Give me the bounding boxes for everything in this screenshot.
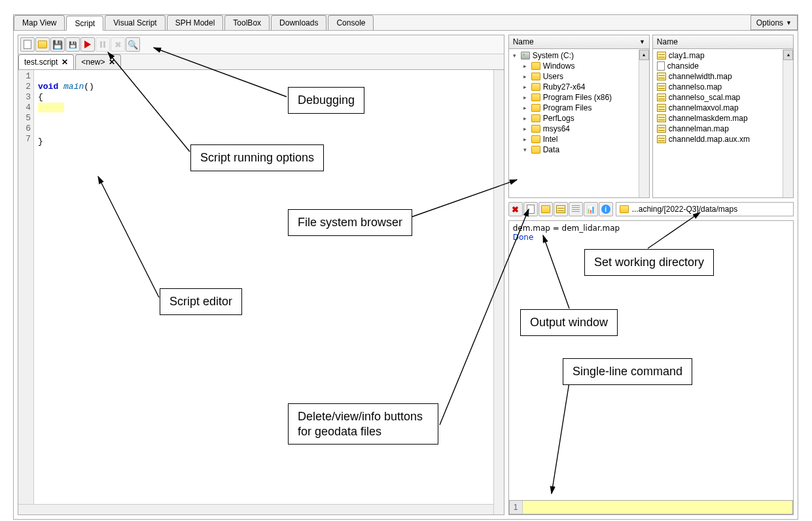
file-list-body[interactable]: clay1.map chanside channelwidth.map chan… xyxy=(653,49,793,197)
list-item[interactable]: channelmaskdem.map xyxy=(654,113,792,124)
save-script-button[interactable]: 💾 xyxy=(50,37,65,52)
list-item[interactable]: clay1.map xyxy=(654,50,792,61)
map-icon xyxy=(657,114,666,122)
script-tab-label: <new> xyxy=(81,58,105,67)
script-tab-test[interactable]: test.script ✕ xyxy=(18,54,74,69)
working-directory-box[interactable]: ...aching/[2022-Q3]/data/maps xyxy=(616,202,794,216)
chart-icon: 📊 xyxy=(586,205,595,214)
list-item[interactable]: channelso.map xyxy=(654,82,792,92)
output-body[interactable]: dem.map = dem_lidar.map Done xyxy=(509,221,793,497)
new-script-button[interactable] xyxy=(20,37,35,52)
working-directory-path: ...aching/[2022-Q3]/data/maps xyxy=(632,205,737,214)
tree-item-ruby[interactable]: ▸Ruby27-x64 xyxy=(510,82,648,92)
scroll-up-icon[interactable]: ▴ xyxy=(639,50,649,60)
options-label: Options xyxy=(756,18,783,27)
open-folder-button[interactable] xyxy=(538,202,553,216)
geodata-toolbar: ✖ 📊 i xyxy=(508,202,613,216)
scroll-up-icon[interactable]: ▴ xyxy=(783,50,793,60)
open-script-button[interactable] xyxy=(35,37,50,52)
list-item[interactable]: channelwidth.map xyxy=(654,71,792,82)
command-row: 1 xyxy=(509,500,793,514)
list-vscrollbar[interactable]: ▴ xyxy=(783,50,793,197)
tab-downloads[interactable]: Downloads xyxy=(271,15,327,30)
tree-item-perflogs[interactable]: ▸PerfLogs xyxy=(510,113,648,124)
tree-vscrollbar[interactable]: ▴ xyxy=(639,50,649,197)
tab-console[interactable]: Console xyxy=(328,15,374,30)
close-icon[interactable]: ✕ xyxy=(109,58,115,67)
tree-root-drive[interactable]: ▾ System (C:) xyxy=(510,50,648,61)
folder-tree-body[interactable]: ▾ System (C:) ▸Windows ▸Users ▸Ruby27-x6… xyxy=(509,49,649,197)
editor-hscrollbar[interactable] xyxy=(18,504,493,514)
script-tab-label: test.script xyxy=(24,58,58,67)
run-script-button[interactable] xyxy=(80,37,95,52)
debug-icon: 🔍 xyxy=(128,40,138,50)
list-item[interactable]: channelman.map xyxy=(654,124,792,134)
expand-icon[interactable]: ▾ xyxy=(522,146,529,153)
expand-icon[interactable]: ▸ xyxy=(522,136,529,143)
app-frame: Map View Script Visual Script SPH Model … xyxy=(13,14,798,520)
folder-icon xyxy=(531,73,540,80)
list-view-button[interactable] xyxy=(569,202,583,216)
command-input[interactable] xyxy=(523,501,792,514)
expand-icon[interactable]: ▸ xyxy=(522,94,529,101)
tree-item-pf86[interactable]: ▸Program Files (x86) xyxy=(510,92,648,103)
new-icon xyxy=(24,40,31,49)
expand-icon[interactable]: ▸ xyxy=(522,126,529,132)
tab-script[interactable]: Script xyxy=(66,16,103,31)
tree-item-pf[interactable]: ▸Program Files xyxy=(510,103,648,113)
expand-icon[interactable]: ▸ xyxy=(522,73,529,80)
code-body[interactable]: void main() { } xyxy=(34,70,504,514)
folder-icon xyxy=(531,62,540,70)
folder-icon xyxy=(531,135,540,143)
list-item[interactable]: chanside xyxy=(654,61,792,71)
close-icon[interactable]: ✕ xyxy=(62,58,68,67)
stop-script-button[interactable]: ✖ xyxy=(111,37,125,52)
chevron-down-icon: ▼ xyxy=(786,20,792,26)
tab-visual-script[interactable]: Visual Script xyxy=(105,15,165,30)
expand-icon[interactable]: ▸ xyxy=(522,105,529,111)
new-file-button[interactable] xyxy=(523,202,538,216)
new-file-icon xyxy=(527,205,535,214)
tree-item-msys64[interactable]: ▸msys64 xyxy=(510,124,648,134)
file-list-panel: Name clay1.map chanside channelwidth.map… xyxy=(652,35,794,198)
script-tab-new[interactable]: <new> ✕ xyxy=(75,54,121,69)
filesystem-row: Name ▼ ▾ System (C:) ▸Windows ▸Users ▸Ru… xyxy=(508,35,794,198)
tree-item-intel[interactable]: ▸Intel xyxy=(510,134,648,144)
info-button[interactable]: i xyxy=(599,202,613,216)
run-icon xyxy=(84,41,91,48)
saveall-icon: 💾 xyxy=(69,41,77,48)
folder-tree-panel: Name ▼ ▾ System (C:) ▸Windows ▸Users ▸Ru… xyxy=(508,35,650,198)
list-column-header[interactable]: Name xyxy=(653,35,793,49)
table-view-button[interactable] xyxy=(554,202,568,216)
delete-file-button[interactable]: ✖ xyxy=(508,202,523,216)
command-line-number: 1 xyxy=(510,501,523,514)
save-all-button[interactable]: 💾 xyxy=(65,37,80,52)
editor-vscrollbar[interactable] xyxy=(493,70,504,514)
expand-icon[interactable]: ▸ xyxy=(522,63,529,69)
file-icon xyxy=(657,61,665,71)
debug-button[interactable]: 🔍 xyxy=(126,37,140,52)
save-icon: 💾 xyxy=(52,40,63,50)
pause-script-button[interactable] xyxy=(96,37,110,52)
tree-item-data[interactable]: ▾Data xyxy=(510,144,648,155)
sort-indicator-icon: ▼ xyxy=(639,39,645,45)
list-item[interactable]: channelmaxvol.map xyxy=(654,103,792,113)
chart-view-button[interactable]: 📊 xyxy=(584,202,598,216)
output-line: Done xyxy=(513,233,789,242)
code-editor[interactable]: 1 2 3 4 5 6 7 void main() { } xyxy=(18,70,504,514)
list-item[interactable]: channeldd.map.aux.xm xyxy=(654,134,792,144)
tree-item-windows[interactable]: ▸Windows xyxy=(510,61,648,71)
script-toolbar: 💾 💾 ✖ 🔍 xyxy=(18,35,504,54)
tab-sph-model[interactable]: SPH Model xyxy=(167,15,224,30)
tree-item-users[interactable]: ▸Users xyxy=(510,71,648,82)
tree-column-header[interactable]: Name ▼ xyxy=(509,35,649,49)
list-item[interactable]: channelso_scal.map xyxy=(654,92,792,103)
folder-icon xyxy=(531,114,540,122)
expand-icon[interactable]: ▾ xyxy=(512,52,518,59)
expand-icon[interactable]: ▸ xyxy=(522,84,529,90)
tab-toolbox[interactable]: ToolBox xyxy=(224,15,270,30)
options-button[interactable]: Options ▼ xyxy=(750,15,798,30)
expand-icon[interactable]: ▸ xyxy=(522,115,529,122)
tab-map-view[interactable]: Map View xyxy=(14,15,65,30)
main-tab-bar: Map View Script Visual Script SPH Model … xyxy=(14,15,798,31)
